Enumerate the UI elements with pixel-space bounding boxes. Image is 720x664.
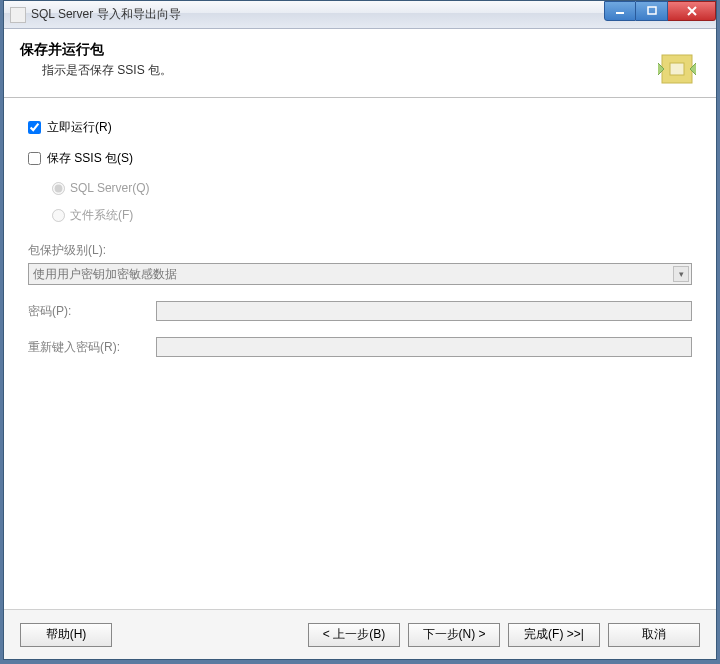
- save-ssis-label[interactable]: 保存 SSIS 包(S): [47, 150, 133, 167]
- next-button[interactable]: 下一步(N) >: [408, 623, 500, 647]
- run-now-checkbox[interactable]: [28, 121, 41, 134]
- wizard-window: SQL Server 导入和导出向导 保存并运行包 指示是否保存 SSIS 包。: [3, 0, 717, 660]
- radio-filesystem: [52, 209, 65, 222]
- page-subtitle: 指示是否保存 SSIS 包。: [42, 62, 700, 79]
- radio-filesystem-label: 文件系统(F): [70, 207, 133, 224]
- minimize-button[interactable]: [604, 1, 636, 21]
- close-button[interactable]: [668, 1, 716, 21]
- protection-level-value: 使用用户密钥加密敏感数据: [33, 266, 177, 283]
- cancel-button[interactable]: 取消: [608, 623, 700, 647]
- page-title: 保存并运行包: [20, 41, 700, 59]
- help-button[interactable]: 帮助(H): [20, 623, 112, 647]
- wizard-header: 保存并运行包 指示是否保存 SSIS 包。: [4, 29, 716, 97]
- save-target-group: SQL Server(Q) 文件系统(F): [52, 181, 692, 224]
- titlebar[interactable]: SQL Server 导入和导出向导: [4, 1, 716, 29]
- chevron-down-icon: ▾: [673, 266, 689, 282]
- password-field: [156, 301, 692, 321]
- app-icon: [10, 7, 26, 23]
- password-row: 密码(P):: [28, 301, 692, 321]
- maximize-icon: [647, 6, 657, 16]
- back-button[interactable]: < 上一步(B): [308, 623, 400, 647]
- radio-sqlserver: [52, 182, 65, 195]
- retype-password-field: [156, 337, 692, 357]
- wizard-content: 立即运行(R) 保存 SSIS 包(S) SQL Server(Q) 文件系统(…: [4, 99, 716, 629]
- run-now-row: 立即运行(R): [28, 119, 692, 136]
- radio-sqlserver-row: SQL Server(Q): [52, 181, 692, 195]
- finish-button[interactable]: 完成(F) >>|: [508, 623, 600, 647]
- retype-password-label: 重新键入密码(R):: [28, 339, 148, 356]
- protection-level-dropdown: 使用用户密钥加密敏感数据 ▾: [28, 263, 692, 285]
- close-icon: [686, 6, 698, 16]
- wizard-footer: 帮助(H) < 上一步(B) 下一步(N) > 完成(F) >>| 取消: [4, 609, 716, 659]
- protection-level-label: 包保护级别(L):: [28, 242, 692, 259]
- package-icon: [652, 43, 700, 91]
- svg-rect-3: [670, 63, 684, 75]
- retype-password-row: 重新键入密码(R):: [28, 337, 692, 357]
- radio-filesystem-row: 文件系统(F): [52, 207, 692, 224]
- run-now-label[interactable]: 立即运行(R): [47, 119, 112, 136]
- window-controls: [604, 1, 716, 21]
- save-ssis-checkbox[interactable]: [28, 152, 41, 165]
- password-label: 密码(P):: [28, 303, 148, 320]
- save-ssis-row: 保存 SSIS 包(S): [28, 150, 692, 167]
- maximize-button[interactable]: [636, 1, 668, 21]
- minimize-icon: [615, 6, 625, 16]
- svg-rect-1: [648, 7, 656, 14]
- window-title: SQL Server 导入和导出向导: [31, 6, 181, 23]
- svg-rect-0: [616, 12, 624, 14]
- radio-sqlserver-label: SQL Server(Q): [70, 181, 150, 195]
